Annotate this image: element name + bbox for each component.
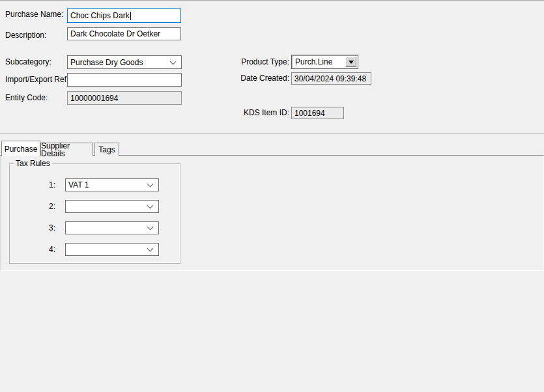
subcategory-select[interactable]: Purchase Dry Goods	[67, 55, 182, 69]
date-created-value: 30/04/2024 09:39:48	[294, 74, 366, 83]
tax-rule-1-label: 1:	[29, 181, 55, 189]
product-type-value: Purch.Line	[295, 57, 332, 66]
tax-rules-title: Tax Rules	[14, 160, 52, 168]
entity-code-value: 10000001694	[70, 94, 118, 103]
tax-rule-1-value: VAT 1	[68, 180, 89, 189]
kds-item-id-label: KDS Item ID:	[235, 109, 289, 117]
tax-rule-4-label: 4:	[29, 245, 55, 254]
horizontal-divider-highlight	[0, 133, 544, 134]
dropdown-button[interactable]	[345, 57, 356, 67]
text-cursor	[130, 12, 131, 20]
kds-item-id-value: 1001694	[294, 109, 325, 118]
chevron-down-icon	[170, 58, 177, 64]
tax-rule-2-label: 2:	[29, 203, 55, 211]
tab-purchase-label: Purchase	[5, 145, 38, 153]
description-value: Dark Chocolate Dr Oetker	[70, 29, 160, 38]
purchase-name-input[interactable]: Choc Chips Dark	[67, 8, 181, 23]
subcategory-label: Subcategory:	[5, 58, 51, 66]
purchase-name-value: Choc Chips Dark	[70, 11, 130, 20]
chevron-down-icon	[147, 181, 154, 188]
description-input[interactable]: Dark Chocolate Dr Oetker	[67, 27, 181, 40]
purchase-name-label: Purchase Name:	[5, 10, 63, 19]
tab-purchase[interactable]: Purchase	[1, 141, 40, 156]
chevron-down-icon	[147, 224, 154, 231]
tab-tags-label: Tags	[98, 146, 115, 154]
entity-code-field: 10000001694	[67, 91, 182, 105]
product-editor-window: Purchase Name: Description: Subcategory:…	[0, 0, 544, 392]
import-export-ref-input[interactable]	[67, 73, 182, 87]
subcategory-value: Purchase Dry Goods	[70, 58, 143, 67]
tab-supplier-details-label: Supplier Details	[41, 142, 93, 158]
date-created-field: 30/04/2024 09:39:48	[291, 72, 371, 85]
product-type-label: Product Type:	[235, 58, 289, 66]
tax-rule-1-select[interactable]: VAT 1	[65, 178, 159, 191]
tax-rule-3-label: 3:	[29, 224, 55, 232]
product-type-select[interactable]: Purch.Line	[291, 55, 358, 69]
kds-item-id-field: 1001694	[291, 107, 344, 119]
triangle-down-icon	[349, 61, 354, 64]
tab-supplier-details[interactable]: Supplier Details	[40, 143, 93, 156]
tax-rule-3-select[interactable]	[65, 221, 159, 234]
description-label: Description:	[5, 31, 46, 40]
tax-rule-4-select[interactable]	[65, 243, 159, 256]
chevron-down-icon	[147, 245, 154, 252]
entity-code-label: Entity Code:	[5, 94, 48, 102]
chevron-down-icon	[147, 203, 154, 209]
tab-tags[interactable]: Tags	[94, 143, 119, 156]
tax-rule-2-select[interactable]	[65, 200, 159, 213]
date-created-label: Date Created:	[235, 74, 289, 83]
import-export-ref-label: Import/Export Ref:	[5, 76, 68, 84]
